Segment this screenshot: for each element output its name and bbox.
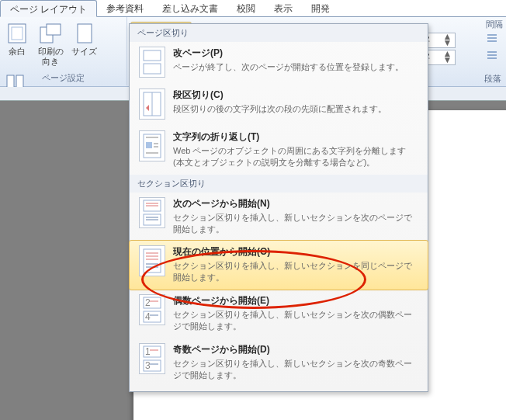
dd-item-text-wrap[interactable]: 文字列の折り返し(T)Web ページのオブジェクトの周囲にある文字列を分離します… [130,126,428,175]
section-even-page-icon: 24 [139,294,165,325]
spinner-down-icon[interactable]: ▼ [442,57,452,64]
orientation-icon [39,22,62,45]
section-continuous-icon [139,245,165,276]
tab-review[interactable]: 校閲 [227,0,265,16]
margins-button[interactable]: 余白 [2,22,33,73]
dd-desc: セクション区切りを挿入し、新しいセクションを次の偶数ページで開始します。 [173,309,420,332]
page-break-icon [139,47,165,78]
svg-rect-4 [78,24,92,43]
svg-text:4: 4 [145,311,151,322]
svg-rect-27 [144,50,161,61]
breaks-dropdown-menu: ページ区切り 改ページ(P)ページが終了し、次のページが開始する位置を登録します… [129,23,428,392]
section-odd-page-icon: 13 [139,343,165,374]
tab-view[interactable]: 表示 [265,0,302,16]
size-icon [73,22,96,45]
dd-desc: Web ページのオブジェクトの周囲にある文字列を分離します (本文とオブジェクト… [173,145,420,168]
svg-rect-32 [146,142,152,148]
dd-item-even-page[interactable]: 24 偶数ページから開始(E)セクション区切りを挿入し、新しいセクションを次の偶… [130,290,428,338]
dd-desc: セクション区切りを挿入し、新しいセクションを同じページで開始します。 [173,260,420,283]
margins-label: 余白 [9,47,26,57]
ribbon-tabs: ページ レイアウト 参考資料 差し込み文書 校閲 表示 開発 [0,0,506,17]
svg-text:3: 3 [145,360,151,371]
dd-header-page-breaks: ページ区切り [130,24,428,42]
dd-desc: ページが終了し、次のページが開始する位置を登録します。 [173,61,404,73]
text-wrap-icon [139,130,165,161]
svg-rect-28 [144,64,161,74]
dd-item-odd-page[interactable]: 13 奇数ページから開始(D)セクション区切りを挿入し、新しいセクションを次の奇… [130,338,428,387]
size-button[interactable]: サイズ [69,22,100,73]
dd-item-column-break[interactable]: 段区切り(C)段区切りの後の文字列は次の段の先頭に配置されます。 [130,84,428,126]
spacing-before-icon [486,33,498,43]
dd-desc: セクション区切りを挿入し、新しいセクションを次の奇数ページで開始します。 [173,358,420,381]
svg-rect-3 [47,24,61,35]
group-page-setup-label: ページ設定 [0,72,126,84]
dd-title: 文字列の折り返し(T) [173,130,420,144]
dd-title: 改ページ(P) [173,47,404,60]
dd-item-page-break[interactable]: 改ページ(P)ページが終了し、次のページが開始する位置を登録します。 [130,42,428,84]
margins-icon [5,22,29,45]
spacing-group-label: 間隔 [486,19,503,30]
spinner-down-icon[interactable]: ▼ [442,40,452,47]
spacing-after-icon [486,50,498,61]
dd-header-section-breaks: セクション区切り [130,175,428,193]
dd-item-continuous[interactable]: 現在の位置から開始(O)セクション区切りを挿入し、新しいセクションを同じページで… [129,240,428,290]
dd-title: 現在の位置から開始(O) [173,245,420,259]
tab-mailings[interactable]: 差し込み文書 [153,0,227,16]
tab-developer[interactable]: 開発 [302,0,339,16]
size-label: サイズ [71,47,97,57]
orientation-label: 印刷の 向き [38,47,64,66]
dd-title: 段区切り(C) [173,89,386,102]
tab-references[interactable]: 参考資料 [97,0,153,16]
svg-text:1: 1 [145,346,151,357]
dd-title: 偶数ページから開始(E) [173,294,420,307]
dd-desc: 段区切りの後の文字列は次の段の先頭に配置されます。 [173,103,386,115]
column-break-icon [139,89,165,120]
dd-item-next-page[interactable]: 次のページから開始(N)セクション区切りを挿入し、新しいセクションを次のページで… [130,193,428,241]
svg-text:2: 2 [145,297,151,308]
dd-title: 奇数ページから開始(D) [173,343,420,356]
group-paragraph-label: 段落 [484,73,501,85]
dd-title: 次のページから開始(N) [173,197,420,210]
orientation-button[interactable]: 印刷の 向き [35,22,66,73]
dd-desc: セクション区切りを挿入し、新しいセクションを次のページで開始します。 [173,212,420,235]
section-next-page-icon [139,197,165,228]
tab-page-layout[interactable]: ページ レイアウト [0,0,97,17]
